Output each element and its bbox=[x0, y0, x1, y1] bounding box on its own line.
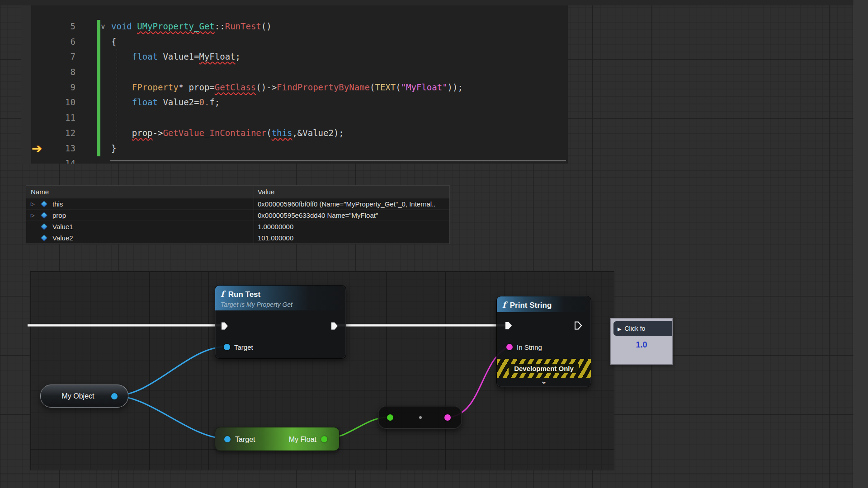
watch-row[interactable]: Value11.00000000 bbox=[26, 221, 449, 232]
node-my-float-getter[interactable]: Target My Float bbox=[215, 427, 340, 451]
code-line[interactable]: 6{ bbox=[21, 34, 568, 50]
exec-in-pin[interactable] bbox=[504, 321, 513, 330]
exec-out-pin[interactable] bbox=[330, 322, 339, 330]
target-pin[interactable] bbox=[224, 436, 231, 442]
code-text[interactable]: } bbox=[75, 141, 116, 156]
code-line[interactable]: 11 bbox=[21, 110, 568, 126]
code-text[interactable]: { bbox=[75, 34, 116, 50]
code-text[interactable]: FProperty* prop=GetClass()->FindProperty… bbox=[75, 80, 463, 95]
node-title: fPrint String bbox=[502, 300, 585, 310]
column-header-value[interactable]: Value bbox=[258, 186, 274, 198]
watch-value: 101.000000 bbox=[258, 232, 293, 244]
exec-in-pin[interactable] bbox=[220, 322, 229, 330]
variable-icon bbox=[41, 235, 48, 242]
node-title: fRun Test bbox=[221, 289, 340, 299]
code-text[interactable] bbox=[75, 110, 111, 126]
line-number: 11 bbox=[21, 110, 75, 126]
code-line[interactable]: 13} bbox=[21, 141, 568, 156]
conversion-in-pin[interactable] bbox=[387, 414, 393, 421]
node-subtitle: Target is My Property Get bbox=[221, 301, 340, 308]
current-statement-arrow-icon: ➔ bbox=[32, 142, 42, 155]
in-string-pin-label: In String bbox=[517, 343, 542, 351]
expander-icon[interactable]: ▷ bbox=[31, 210, 38, 221]
my-float-pin-label: My Float bbox=[289, 427, 316, 451]
target-pin-label: Target bbox=[234, 343, 253, 351]
variable-icon bbox=[41, 201, 48, 208]
code-lines: 5void UMyProperty_Get::RunTest()6{7 floa… bbox=[21, 19, 568, 164]
code-editor[interactable]: ∨ 5void UMyProperty_Get::RunTest()6{7 fl… bbox=[21, 5, 568, 164]
watch-name: Value1 bbox=[52, 221, 73, 232]
column-header-name[interactable]: Name bbox=[31, 186, 49, 198]
code-text[interactable] bbox=[75, 65, 111, 80]
line-number: 12 bbox=[21, 126, 75, 141]
click-for-more-button[interactable]: ▶Click fo bbox=[613, 321, 672, 336]
variable-icon bbox=[41, 212, 48, 219]
code-line[interactable]: 12 prop->GetValue_InContainer(this,&Valu… bbox=[21, 126, 568, 141]
target-pin[interactable] bbox=[224, 344, 230, 350]
conversion-out-pin[interactable] bbox=[444, 414, 451, 421]
watch-name: this bbox=[52, 198, 63, 210]
watch-name: Value2 bbox=[52, 232, 73, 244]
code-line[interactable]: 14 bbox=[21, 156, 568, 164]
play-icon: ▶ bbox=[618, 326, 621, 332]
line-number: 9 bbox=[21, 80, 75, 95]
line-number: 10 bbox=[21, 95, 75, 110]
variable-icon bbox=[41, 223, 48, 230]
watch-window[interactable]: Name Value ▷this0x000005960fbf0ff0 (Name… bbox=[26, 185, 450, 244]
code-line[interactable]: 10 float Value2=0.f; bbox=[21, 95, 568, 110]
node-float-to-string-conversion[interactable] bbox=[378, 406, 462, 429]
watch-header: Name Value bbox=[26, 186, 449, 198]
code-line[interactable]: 5void UMyProperty_Get::RunTest() bbox=[21, 19, 568, 34]
code-text[interactable]: float Value1=MyFloat; bbox=[75, 49, 241, 65]
code-line[interactable]: 7 float Value1=MyFloat; bbox=[21, 49, 568, 65]
column-divider[interactable] bbox=[254, 186, 254, 244]
line-number: 6 bbox=[21, 34, 75, 50]
top-bar bbox=[0, 0, 868, 5]
collapse-chevron-icon[interactable]: ⌄ bbox=[497, 378, 591, 385]
line-number: 7 bbox=[21, 49, 75, 65]
in-string-pin[interactable] bbox=[506, 344, 513, 350]
debug-value-tooltip: ▶Click fo 1.0 bbox=[610, 318, 673, 365]
target-pin-label: Target bbox=[235, 427, 255, 451]
function-icon: f bbox=[502, 300, 506, 310]
exec-out-pin[interactable] bbox=[574, 321, 582, 330]
code-text[interactable] bbox=[75, 156, 111, 164]
node-header: fPrint String bbox=[497, 296, 591, 312]
code-text[interactable]: prop->GetValue_InContainer(this,&Value2)… bbox=[75, 126, 344, 141]
conversion-dot-icon bbox=[419, 416, 422, 419]
node-run-test[interactable]: fRun Test Target is My Property Get Targ… bbox=[215, 285, 346, 359]
development-only-banner: Development Only bbox=[497, 359, 591, 378]
watch-row[interactable]: Value2101.000000 bbox=[26, 232, 449, 244]
node-header: fRun Test Target is My Property Get bbox=[215, 286, 346, 310]
watched-value: 1.0 bbox=[611, 340, 672, 350]
watch-row[interactable]: ▷this0x000005960fbf0ff0 (Name="MyPropert… bbox=[26, 198, 449, 210]
right-edge-panel bbox=[854, 0, 868, 488]
line-number: 5 bbox=[21, 19, 75, 34]
code-line[interactable]: 8 bbox=[21, 65, 568, 80]
development-only-label: Development Only bbox=[509, 364, 579, 373]
expander-icon[interactable]: ▷ bbox=[31, 198, 38, 210]
code-text[interactable]: void UMyProperty_Get::RunTest() bbox=[75, 19, 272, 34]
line-number: 8 bbox=[21, 65, 75, 80]
code-text[interactable]: float Value2=0.f; bbox=[75, 95, 220, 110]
watch-name: prop bbox=[52, 210, 66, 221]
watch-rows: ▷this0x000005960fbf0ff0 (Name="MyPropert… bbox=[26, 198, 449, 244]
node-my-object[interactable]: My Object bbox=[40, 385, 128, 408]
node-print-string[interactable]: fPrint String In String Development Only… bbox=[496, 296, 591, 387]
my-float-out-pin[interactable] bbox=[321, 436, 327, 442]
line-number: 14 bbox=[21, 156, 75, 164]
code-line[interactable]: 9 FProperty* prop=GetClass()->FindProper… bbox=[21, 80, 568, 95]
horizontal-scrollbar[interactable] bbox=[110, 160, 566, 161]
line-number: 13 bbox=[21, 141, 75, 156]
watch-value: 0x000005960fbf0ff0 (Name="MyProperty_Get… bbox=[258, 198, 436, 210]
watch-row[interactable]: ▷prop0x00000595e633dd40 Name="MyFloat" bbox=[26, 210, 449, 221]
watch-value: 1.00000000 bbox=[258, 221, 293, 232]
function-icon: f bbox=[221, 289, 224, 299]
watch-value: 0x00000595e633dd40 Name="MyFloat" bbox=[258, 210, 378, 221]
object-out-pin[interactable] bbox=[111, 393, 118, 399]
